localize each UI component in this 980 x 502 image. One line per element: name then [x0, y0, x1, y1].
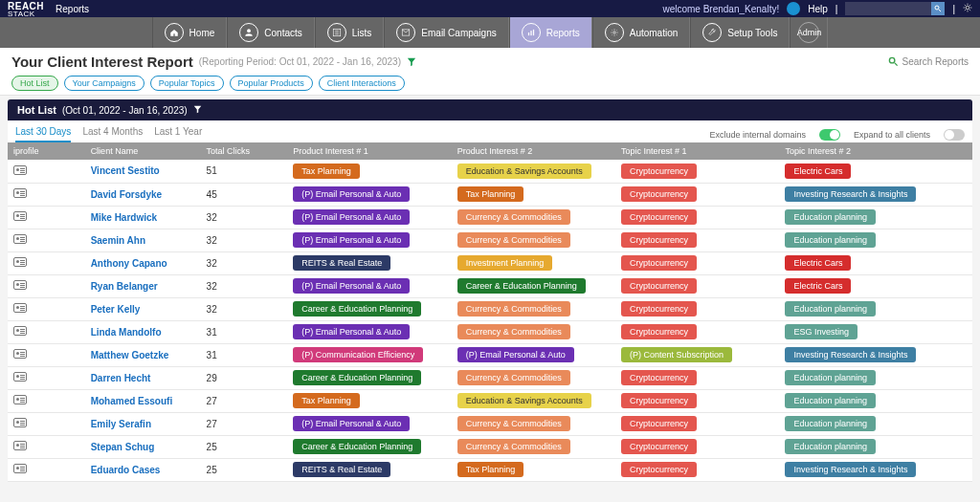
tag[interactable]: Cryptocurrency	[621, 255, 697, 271]
profile-card-icon[interactable]	[13, 303, 27, 313]
expand-toggle[interactable]	[944, 129, 965, 141]
client-name-link[interactable]: Matthew Goetzke	[91, 350, 169, 360]
tag[interactable]: Education planning	[785, 301, 876, 316]
nav-automation[interactable]: Automation	[592, 17, 691, 48]
client-name-link[interactable]: Saemin Ahn	[91, 235, 145, 246]
tag[interactable]: Tax Planning	[293, 393, 360, 408]
tag[interactable]: (P) Email Personal & Auto	[293, 324, 410, 339]
tag[interactable]: Electric Cars	[785, 278, 851, 294]
tag[interactable]: Tax Planning	[293, 164, 360, 179]
profile-card-icon[interactable]	[13, 464, 27, 473]
filter-hot-list[interactable]: Hot List	[11, 76, 58, 91]
client-name-link[interactable]: Mohamed Essoufi	[91, 396, 173, 406]
profile-card-icon[interactable]	[13, 234, 27, 244]
profile-card-icon[interactable]	[13, 418, 27, 427]
profile-card-icon[interactable]	[13, 395, 27, 404]
profile-card-icon[interactable]	[13, 257, 27, 267]
filter-icon[interactable]	[407, 54, 416, 70]
tag[interactable]: (P) Communication Efficiency	[293, 347, 423, 362]
client-name-link[interactable]: Ryan Belanger	[91, 281, 158, 292]
client-name-link[interactable]: David Forsdyke	[91, 189, 162, 200]
tag[interactable]: (P) Content Subscription	[621, 347, 732, 362]
tag[interactable]: Currency & Commodities	[457, 232, 570, 248]
tag[interactable]: Investment Planning	[457, 255, 553, 271]
col-total-clicks[interactable]: Total Clicks	[201, 142, 288, 160]
nav-admin[interactable]: Admin	[790, 17, 828, 48]
client-name-link[interactable]: Mike Hardwick	[91, 212, 157, 223]
filter-popular-products[interactable]: Popular Products	[230, 76, 313, 91]
exclude-toggle[interactable]	[819, 129, 840, 141]
client-name-link[interactable]: Darren Hecht	[91, 373, 151, 383]
profile-card-icon[interactable]	[13, 211, 27, 221]
tag[interactable]: Cryptocurrency	[621, 186, 697, 202]
breadcrumb[interactable]: Reports	[56, 4, 89, 14]
tag[interactable]: Currency & Commodities	[457, 416, 570, 431]
tag[interactable]: Education & Savings Accounts	[457, 393, 591, 408]
client-name-link[interactable]: Anthony Capano	[91, 258, 167, 269]
tag[interactable]: Cryptocurrency	[621, 439, 697, 454]
tag[interactable]: Education planning	[785, 416, 876, 431]
client-name-link[interactable]: Peter Kelly	[91, 304, 141, 315]
nav-home[interactable]: Home	[152, 17, 228, 48]
tag[interactable]: Cryptocurrency	[621, 164, 697, 179]
col-product-interest-1[interactable]: Product Interest # 1	[287, 142, 451, 160]
col-topic-interest-1[interactable]: Topic Interest # 1	[615, 142, 779, 160]
tag[interactable]: Cryptocurrency	[621, 301, 697, 316]
profile-card-icon[interactable]	[13, 349, 27, 359]
nav-email-campaigns[interactable]: Email Campaigns	[384, 17, 508, 48]
tag[interactable]: Cryptocurrency	[621, 370, 697, 385]
tag[interactable]: Cryptocurrency	[621, 416, 697, 431]
tag[interactable]: Investing Research & Insights	[785, 462, 916, 477]
help-link[interactable]: Help	[808, 4, 828, 14]
profile-card-icon[interactable]	[13, 280, 27, 290]
tag[interactable]: Investing Research & Insights	[785, 347, 916, 362]
tab-last-4-months[interactable]: Last 4 Months	[82, 126, 143, 142]
tag[interactable]: REITS & Real Estate	[293, 462, 390, 477]
tag[interactable]: (P) Email Personal & Auto	[293, 278, 410, 294]
tag[interactable]: Education planning	[785, 370, 876, 385]
tag[interactable]: Cryptocurrency	[621, 278, 697, 294]
tag[interactable]: Education planning	[785, 209, 876, 225]
client-name-link[interactable]: Stepan Schug	[91, 442, 155, 452]
client-name-link[interactable]: Vincent Sestito	[91, 165, 160, 176]
col-client-name[interactable]: Client Name	[85, 142, 201, 160]
tab-last-1-year[interactable]: Last 1 Year	[154, 126, 202, 142]
col-iprofile[interactable]: iprofile	[8, 142, 85, 160]
col-topic-interest-2[interactable]: Topic Interest # 2	[779, 142, 972, 160]
profile-card-icon[interactable]	[13, 165, 27, 175]
tag[interactable]: Career & Education Planning	[293, 439, 421, 454]
tag[interactable]: Cryptocurrency	[621, 209, 697, 225]
tag[interactable]: Electric Cars	[785, 255, 851, 271]
global-search[interactable]	[845, 2, 945, 15]
tag[interactable]: Career & Education Planning	[457, 278, 586, 294]
tag[interactable]: (P) Email Personal & Auto	[293, 186, 410, 202]
tag[interactable]: Electric Cars	[785, 164, 851, 179]
tag[interactable]: (P) Email Personal & Auto	[457, 347, 574, 362]
tag[interactable]: Tax Planning	[457, 186, 524, 202]
tag[interactable]: Currency & Commodities	[457, 301, 570, 316]
tag[interactable]: Tax Planning	[457, 462, 524, 477]
search-reports[interactable]: Search Reports	[888, 56, 969, 67]
nav-setup-tools[interactable]: Setup Tools	[690, 17, 790, 48]
tag[interactable]: Career & Education Planning	[293, 301, 421, 316]
tag[interactable]: (P) Email Personal & Auto	[293, 416, 410, 431]
filter-popular-topics[interactable]: Popular Topics	[150, 76, 224, 91]
col-product-interest-2[interactable]: Product Interest # 2	[452, 142, 615, 160]
tag[interactable]: Education planning	[785, 393, 876, 408]
profile-card-icon[interactable]	[13, 372, 27, 382]
nav-lists[interactable]: Lists	[315, 17, 385, 48]
nav-contacts[interactable]: Contacts	[227, 17, 314, 48]
global-search-button[interactable]	[931, 2, 945, 15]
nav-reports[interactable]: Reports	[509, 17, 592, 48]
tab-last-30-days[interactable]: Last 30 Days	[15, 126, 71, 142]
client-name-link[interactable]: Linda Mandolfo	[91, 327, 162, 338]
tag[interactable]: Cryptocurrency	[621, 462, 697, 477]
tag[interactable]: Currency & Commodities	[457, 370, 570, 385]
tag[interactable]: Currency & Commodities	[457, 324, 570, 339]
profile-card-icon[interactable]	[13, 188, 27, 198]
profile-card-icon[interactable]	[13, 326, 27, 336]
tag[interactable]: (P) Email Personal & Auto	[293, 232, 410, 248]
tag[interactable]: Investing Research & Insights	[785, 186, 916, 202]
client-name-link[interactable]: Eduardo Cases	[91, 465, 161, 475]
tag[interactable]: ESG Investing	[785, 324, 858, 339]
